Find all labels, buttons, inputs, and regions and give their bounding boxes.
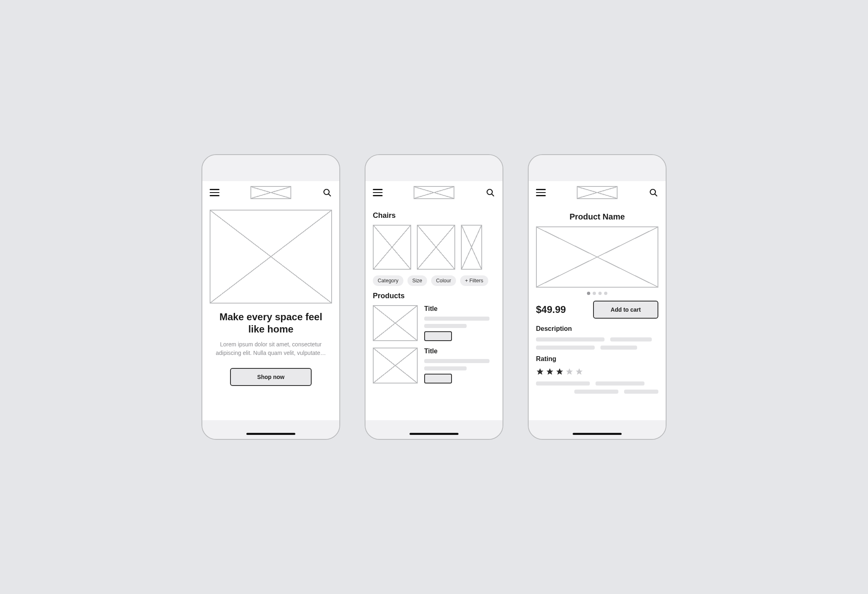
hero-subtitle: Lorem ipsum dolor sit amet, consectetur …: [210, 340, 332, 357]
filter-pill-category[interactable]: Category: [373, 275, 403, 286]
wireframe-stage: Make every space feel like home Lorem ip…: [185, 138, 683, 456]
status-bar: [365, 155, 503, 181]
home-indicator: [410, 433, 458, 435]
hamburger-menu-icon[interactable]: [373, 189, 383, 196]
product-list-item[interactable]: Title: [373, 348, 495, 383]
product-image-placeholder[interactable]: [536, 226, 658, 288]
star-icon: [575, 368, 583, 376]
home-content: Make every space feel like home Lorem ip…: [202, 204, 339, 420]
svg-point-0: [324, 189, 329, 195]
product-action-button[interactable]: [424, 331, 452, 341]
featured-tile[interactable]: [373, 225, 411, 270]
product-title: Title: [424, 305, 495, 313]
shop-now-button[interactable]: Shop now: [230, 368, 312, 386]
app-header: [365, 181, 503, 204]
carousel-dot[interactable]: [587, 292, 590, 295]
hero-image-placeholder: [210, 210, 332, 304]
carousel-dot[interactable]: [593, 292, 596, 295]
rating-skeleton: [536, 390, 658, 394]
star-icon: [546, 368, 554, 376]
search-icon[interactable]: [322, 188, 332, 197]
star-icon: [565, 368, 574, 376]
product-title: Title: [424, 348, 495, 355]
rating-skeleton: [536, 381, 658, 386]
product-list-item[interactable]: Title: [373, 305, 495, 341]
carousel-dot[interactable]: [604, 292, 607, 295]
product-meta: Title: [424, 348, 495, 383]
phone-frame-home: Make every space feel like home Lorem ip…: [202, 154, 340, 440]
text-skeleton: [424, 359, 489, 363]
app-header: [202, 181, 339, 204]
star-icon: [556, 368, 564, 376]
status-bar: [529, 155, 666, 181]
products-heading: Products: [373, 292, 495, 300]
app-header: [529, 181, 666, 204]
product-thumb-placeholder: [373, 305, 418, 341]
svg-line-5: [655, 194, 658, 197]
product-content: Product Name $49.99 Add to cart Descript…: [529, 204, 666, 420]
home-indicator: [573, 433, 622, 435]
text-skeleton: [424, 317, 489, 321]
featured-tile[interactable]: [461, 225, 482, 270]
phone-frame-product: Product Name $49.99 Add to cart Descript…: [528, 154, 666, 440]
phone-frame-category: Chairs Category Size Colour + Filters Pr…: [365, 154, 503, 440]
footer-spacer: [202, 420, 339, 439]
status-bar: [202, 155, 339, 181]
product-name: Product Name: [536, 212, 658, 222]
text-skeleton: [424, 366, 467, 370]
logo-placeholder: [577, 186, 618, 199]
description-label: Description: [536, 325, 658, 332]
svg-marker-8: [556, 368, 563, 375]
svg-marker-7: [547, 368, 554, 375]
filter-pill-colour[interactable]: Colour: [431, 275, 456, 286]
product-price: $49.99: [536, 304, 566, 315]
home-indicator: [246, 433, 295, 435]
svg-point-2: [487, 189, 492, 195]
rating-stars[interactable]: [536, 368, 658, 376]
product-meta: Title: [424, 305, 495, 341]
price-row: $49.99 Add to cart: [536, 301, 658, 319]
svg-line-3: [492, 194, 494, 197]
svg-marker-9: [566, 368, 573, 375]
product-action-button[interactable]: [424, 374, 452, 383]
text-skeleton: [424, 324, 467, 328]
category-content: Chairs Category Size Colour + Filters Pr…: [365, 204, 503, 420]
footer-spacer: [365, 420, 503, 439]
featured-carousel[interactable]: [373, 225, 495, 270]
carousel-indicator: [536, 292, 658, 295]
carousel-dot[interactable]: [598, 292, 602, 295]
category-title: Chairs: [373, 211, 495, 220]
filter-pills: Category Size Colour + Filters: [373, 275, 495, 286]
rating-label: Rating: [536, 355, 658, 363]
add-to-cart-button[interactable]: Add to cart: [593, 301, 658, 319]
svg-marker-10: [576, 368, 583, 375]
hamburger-menu-icon[interactable]: [536, 189, 546, 196]
product-thumb-placeholder: [373, 348, 418, 383]
svg-line-1: [329, 194, 331, 197]
filter-pill-size[interactable]: Size: [407, 275, 427, 286]
hero-title: Make every space feel like home: [210, 311, 332, 335]
description-skeleton: [536, 337, 658, 341]
logo-placeholder: [250, 186, 291, 199]
search-icon[interactable]: [649, 188, 658, 197]
filter-pill-more[interactable]: + Filters: [460, 275, 488, 286]
search-icon[interactable]: [485, 188, 495, 197]
footer-spacer: [529, 420, 666, 439]
hamburger-menu-icon[interactable]: [210, 189, 219, 196]
logo-placeholder: [414, 186, 454, 199]
star-icon: [536, 368, 544, 376]
svg-marker-6: [537, 368, 544, 375]
featured-tile[interactable]: [417, 225, 455, 270]
svg-point-4: [650, 189, 655, 195]
description-skeleton: [536, 346, 658, 350]
